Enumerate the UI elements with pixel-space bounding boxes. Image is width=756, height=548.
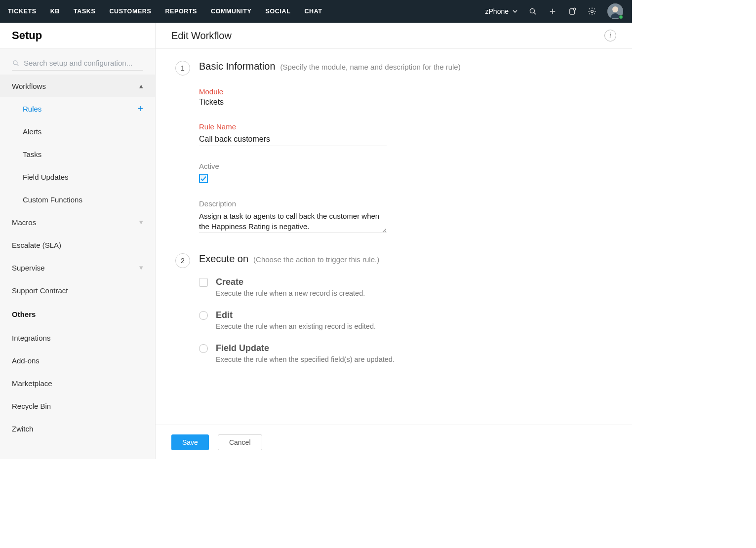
sidebar-item-escalate-sla[interactable]: Escalate (SLA) (0, 234, 155, 256)
step-1-header: 1 Basic Information (Specify the module,… (175, 61, 612, 76)
sidebar-item-marketplace[interactable]: Marketplace (0, 372, 155, 394)
step-1-sub: (Specify the module, name and descriptio… (280, 63, 461, 71)
step-1-title: Basic Information (199, 61, 276, 72)
sidebar-item-workflows[interactable]: Workflows ▴ (0, 75, 155, 97)
svg-point-5 (573, 8, 576, 10)
svg-point-6 (591, 10, 594, 13)
sidebar-item-label: Field Updates (23, 173, 69, 181)
sidebar-item-label: Tasks (23, 150, 41, 158)
rule-name-label: Rule Name (199, 122, 612, 131)
chevron-down-icon (513, 9, 517, 14)
nav-link-chat[interactable]: CHAT (304, 8, 322, 15)
step-2-number: 2 (175, 253, 190, 268)
sidebar-item-label: Zwitch (12, 425, 33, 433)
exec-desc: Execute the rule when a new record is cr… (216, 289, 365, 297)
save-button[interactable]: Save (171, 434, 209, 450)
check-icon (200, 175, 207, 182)
sidebar-item-addons[interactable]: Add-ons (0, 349, 155, 372)
exec-option-create: Create Execute the rule when a new recor… (199, 277, 612, 297)
sidebar-item-label: Workflows (12, 82, 46, 90)
module-label: Module (199, 87, 612, 96)
add-rule-button[interactable]: + (137, 104, 143, 114)
sidebar-item-integrations[interactable]: Integrations (0, 326, 155, 349)
exec-option-edit: Edit Execute the rule when an existing r… (199, 310, 612, 330)
nav-link-tickets[interactable]: TICKETS (8, 8, 37, 15)
sidebar-group-others: Others (0, 302, 155, 326)
sidebar-item-custom-functions[interactable]: Custom Functions (0, 188, 155, 211)
sidebar: Setup Workflows ▴ Rules + Alerts Tasks F… (0, 23, 156, 459)
sidebar-item-label: Support Contract (12, 286, 68, 295)
sidebar-item-field-updates[interactable]: Field Updates (0, 165, 155, 188)
avatar[interactable] (607, 3, 623, 19)
sidebar-item-tasks[interactable]: Tasks (0, 143, 155, 165)
step-1-number: 1 (175, 61, 190, 76)
field-module: Module Tickets (199, 87, 612, 107)
step-1-body: Module Tickets Rule Name Active Descript… (199, 87, 612, 235)
step-2-header: 2 Execute on (Choose the action to trigg… (175, 253, 612, 268)
sidebar-item-zwitch[interactable]: Zwitch (0, 417, 155, 440)
brand-dropdown[interactable]: zPhone (485, 7, 517, 15)
sidebar-group-label: Others (12, 310, 36, 318)
search-input[interactable] (24, 59, 143, 67)
plus-icon[interactable] (548, 7, 557, 16)
exec-desc: Execute the rule when an existing record… (216, 322, 376, 330)
description-label: Description (199, 199, 612, 208)
exec-title: Edit (216, 310, 376, 320)
sidebar-item-label: Rules (23, 105, 41, 113)
sidebar-item-label: Custom Functions (23, 196, 82, 204)
description-textarea[interactable] (199, 210, 387, 233)
sidebar-item-rules[interactable]: Rules + (0, 97, 155, 120)
top-nav-left: TICKETS KB TASKS CUSTOMERS REPORTS COMMU… (8, 8, 322, 15)
sidebar-item-label: Integrations (12, 334, 50, 342)
sidebar-item-label: Marketplace (12, 379, 52, 388)
search-icon (12, 59, 20, 67)
sidebar-item-label: Escalate (SLA) (12, 241, 61, 249)
nav-link-tasks[interactable]: TASKS (74, 8, 95, 15)
nav-link-customers[interactable]: CUSTOMERS (109, 8, 151, 15)
info-icon[interactable]: i (604, 30, 616, 41)
exec-title: Create (216, 277, 365, 287)
exec-option-field-update: Field Update Execute the rule when the s… (199, 343, 612, 363)
field-update-radio[interactable] (199, 344, 208, 353)
sidebar-item-macros[interactable]: Macros ▾ (0, 211, 155, 234)
search-icon[interactable] (528, 7, 537, 16)
svg-line-10 (17, 64, 18, 66)
field-active: Active (199, 162, 612, 184)
sidebar-item-label: Supervise (12, 264, 45, 272)
sidebar-item-recycle-bin[interactable]: Recycle Bin (0, 394, 155, 417)
cancel-button[interactable]: Cancel (218, 434, 262, 450)
nav-link-social[interactable]: SOCIAL (266, 8, 291, 15)
sidebar-item-supervise[interactable]: Supervise ▾ (0, 256, 155, 279)
sidebar-search (0, 49, 155, 75)
create-checkbox[interactable] (199, 278, 208, 287)
presence-dot (619, 15, 623, 19)
nav-link-kb[interactable]: KB (50, 8, 60, 15)
sidebar-item-support-contract[interactable]: Support Contract (0, 279, 155, 302)
step-2-title: Execute on (199, 253, 248, 265)
svg-point-9 (13, 61, 17, 65)
field-description: Description (199, 199, 612, 235)
form-area: 1 Basic Information (Specify the module,… (156, 49, 632, 451)
step-2-sub: (Choose the action to trigger this rule.… (253, 255, 379, 264)
footer-bar: Save Cancel (156, 425, 632, 459)
svg-point-8 (612, 6, 618, 12)
nav-link-reports[interactable]: REPORTS (165, 8, 197, 15)
active-checkbox[interactable] (199, 174, 208, 183)
module-value: Tickets (199, 98, 612, 107)
svg-point-0 (530, 8, 534, 13)
chevron-up-icon: ▴ (139, 81, 143, 90)
nav-link-community[interactable]: COMMUNITY (211, 8, 251, 15)
chevron-down-icon: ▾ (139, 263, 143, 272)
main: Edit Workflow i 1 Basic Information (Spe… (156, 23, 632, 459)
gear-icon[interactable] (588, 7, 597, 16)
notification-icon[interactable] (568, 7, 577, 16)
main-header: Edit Workflow i (156, 23, 632, 49)
step-2-body: Create Execute the rule when a new recor… (199, 277, 612, 363)
top-nav-right: zPhone (485, 3, 628, 19)
edit-radio[interactable] (199, 311, 208, 320)
rule-name-input[interactable] (199, 133, 387, 146)
sidebar-item-alerts[interactable]: Alerts (0, 120, 155, 143)
sidebar-item-label: Alerts (23, 127, 41, 136)
sidebar-item-label: Add-ons (12, 356, 40, 365)
top-nav: TICKETS KB TASKS CUSTOMERS REPORTS COMMU… (0, 0, 632, 23)
